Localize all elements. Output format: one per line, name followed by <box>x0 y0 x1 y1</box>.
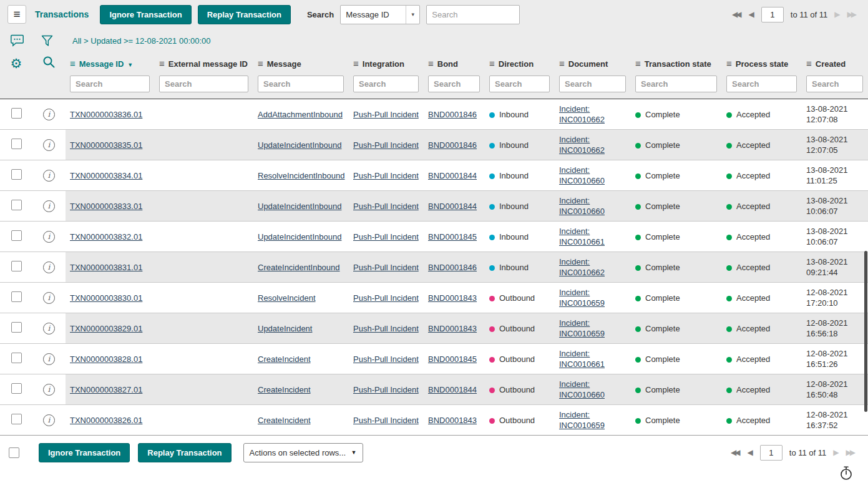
actions-dropdown[interactable]: Actions on selected rows... ▼ <box>243 443 363 462</box>
info-icon[interactable]: i <box>43 231 55 243</box>
select-all-checkbox[interactable] <box>9 447 19 458</box>
search-field-select[interactable]: Message ID ▼ <box>340 5 420 24</box>
column-header-transaction_state[interactable]: ≡Transaction state <box>631 52 722 74</box>
filter-input-process_state[interactable] <box>726 76 797 92</box>
vertical-scrollbar-thumb[interactable] <box>864 251 867 412</box>
column-header-document[interactable]: ≡Document <box>555 52 631 74</box>
filter-funnel-icon[interactable] <box>41 34 53 47</box>
filter-input-direction[interactable] <box>489 76 550 92</box>
document-link[interactable]: Incident: INC0010659 <box>559 409 630 431</box>
document-link[interactable]: Incident: INC0010660 <box>559 165 630 186</box>
bond-link[interactable]: BND0001844 <box>428 171 477 180</box>
message-link[interactable]: UpdateIncidentInbound <box>258 232 341 242</box>
document-link[interactable]: Incident: INC0010659 <box>559 318 630 339</box>
message-id-link[interactable]: TXN0000003826.01 <box>70 416 142 425</box>
last-page-icon[interactable]: ▶▶ <box>846 448 856 457</box>
row-checkbox[interactable] <box>11 414 22 424</box>
bond-link[interactable]: BND0001844 <box>428 202 477 211</box>
info-icon[interactable]: i <box>43 353 55 365</box>
message-link[interactable]: CreateIncident <box>258 416 311 425</box>
info-icon[interactable]: i <box>43 139 55 151</box>
integration-link[interactable]: Push-Pull Incident <box>353 171 419 180</box>
bond-link[interactable]: BND0001846 <box>428 140 477 150</box>
message-id-link[interactable]: TXN0000003835.01 <box>70 140 142 150</box>
message-link[interactable]: UpdateIncidentInbound <box>258 140 341 150</box>
bond-link[interactable]: BND0001846 <box>428 263 477 272</box>
row-checkbox[interactable] <box>11 139 22 149</box>
previous-page-icon[interactable]: ◀ <box>748 448 753 457</box>
global-search-input[interactable] <box>426 5 520 24</box>
row-checkbox[interactable] <box>11 261 22 271</box>
row-checkbox[interactable] <box>11 169 22 180</box>
document-link[interactable]: Incident: INC0010660 <box>559 379 630 400</box>
row-checkbox[interactable] <box>11 353 22 363</box>
page-number-input[interactable] <box>760 445 783 461</box>
message-id-link[interactable]: TXN0000003832.01 <box>70 232 142 242</box>
message-id-link[interactable]: TXN0000003836.01 <box>70 110 142 119</box>
breadcrumb[interactable]: All > Updated >= 12-08-2021 00:00:00 <box>72 36 211 46</box>
column-header-message[interactable]: ≡Message <box>253 52 349 74</box>
document-link[interactable]: Incident: INC0010660 <box>559 195 630 217</box>
bond-link[interactable]: BND0001845 <box>428 232 477 242</box>
next-page-icon[interactable]: ▶ <box>834 10 840 19</box>
message-id-link[interactable]: TXN0000003833.01 <box>70 202 142 211</box>
info-icon[interactable]: i <box>43 261 55 273</box>
info-icon[interactable]: i <box>43 414 55 426</box>
search-icon[interactable] <box>42 55 56 69</box>
message-id-link[interactable]: TXN0000003828.01 <box>70 354 142 364</box>
footer-ignore-transaction-button[interactable]: Ignore Transaction <box>39 443 130 462</box>
row-checkbox[interactable] <box>11 291 22 302</box>
message-id-link[interactable]: TXN0000003834.01 <box>70 171 142 180</box>
column-header-integration[interactable]: ≡Integration <box>349 52 424 74</box>
integration-link[interactable]: Push-Pull Incident <box>353 263 419 272</box>
info-icon[interactable]: i <box>43 323 55 334</box>
message-link[interactable]: ResolveIncident <box>258 293 316 303</box>
filter-input-external_message_id[interactable] <box>159 76 248 92</box>
refresh-timer-icon[interactable] <box>838 464 854 483</box>
filter-input-bond[interactable] <box>428 76 480 92</box>
footer-replay-transaction-button[interactable]: Replay Transaction <box>138 443 231 462</box>
info-icon[interactable]: i <box>43 109 55 120</box>
row-checkbox[interactable] <box>11 230 22 241</box>
message-link[interactable]: UpdateIncident <box>258 324 312 333</box>
integration-link[interactable]: Push-Pull Incident <box>353 416 419 425</box>
gear-icon[interactable]: ⚙ <box>11 57 22 70</box>
message-link[interactable]: CreateIncident <box>258 385 311 394</box>
document-link[interactable]: Incident: INC0010659 <box>559 287 630 308</box>
integration-link[interactable]: Push-Pull Incident <box>353 354 419 364</box>
info-icon[interactable]: i <box>43 384 55 396</box>
column-header-process_state[interactable]: ≡Process state <box>722 52 802 74</box>
info-icon[interactable]: i <box>43 200 55 212</box>
filter-input-transaction_state[interactable] <box>635 76 717 92</box>
integration-link[interactable]: Push-Pull Incident <box>353 232 419 242</box>
column-header-direction[interactable]: ≡Direction <box>485 52 555 74</box>
integration-link[interactable]: Push-Pull Incident <box>353 202 419 211</box>
bond-link[interactable]: BND0001845 <box>428 354 477 364</box>
page-number-input[interactable] <box>761 7 784 22</box>
ignore-transaction-button[interactable]: Ignore Transaction <box>100 5 191 24</box>
message-id-link[interactable]: TXN0000003827.01 <box>70 385 142 394</box>
integration-link[interactable]: Push-Pull Incident <box>353 324 419 333</box>
message-id-link[interactable]: TXN0000003829.01 <box>70 324 142 333</box>
message-id-link[interactable]: TXN0000003830.01 <box>70 293 142 303</box>
first-page-icon[interactable]: ◀◀ <box>732 10 741 19</box>
info-icon[interactable]: i <box>43 292 55 304</box>
info-icon[interactable]: i <box>43 170 55 182</box>
message-link[interactable]: CreateIncident <box>258 354 311 364</box>
message-link[interactable]: UpdateIncidentInbound <box>258 202 341 211</box>
filter-input-integration[interactable] <box>353 76 419 92</box>
column-header-bond[interactable]: ≡Bond <box>424 52 485 74</box>
integration-link[interactable]: Push-Pull Incident <box>353 385 419 394</box>
first-page-icon[interactable]: ◀◀ <box>731 448 740 457</box>
column-header-message_id[interactable]: ≡Message ID▼ <box>66 52 155 74</box>
message-id-link[interactable]: TXN0000003831.01 <box>70 263 142 272</box>
message-link[interactable]: ResolveIncidentInbound <box>258 171 345 180</box>
message-link[interactable]: CreateIncidentInbound <box>258 263 340 272</box>
column-header-external_message_id[interactable]: ≡External message ID <box>155 52 253 74</box>
integration-link[interactable]: Push-Pull Incident <box>353 140 419 150</box>
bond-link[interactable]: BND0001843 <box>428 416 477 425</box>
document-link[interactable]: Incident: INC0010661 <box>559 226 630 247</box>
document-link[interactable]: Incident: INC0010662 <box>559 104 630 125</box>
bond-link[interactable]: BND0001843 <box>428 324 477 333</box>
integration-link[interactable]: Push-Pull Incident <box>353 110 419 119</box>
